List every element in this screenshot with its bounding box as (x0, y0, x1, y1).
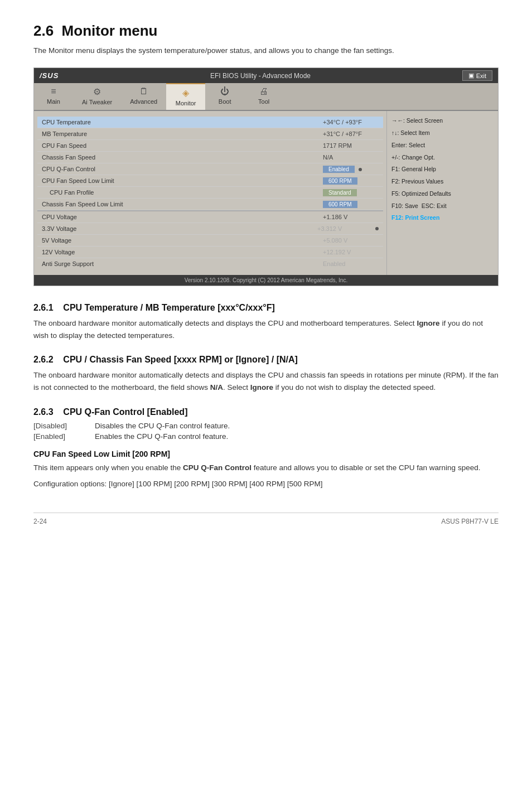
section-2-6-1-title: 2.6.1 CPU Temperature / MB Temperature [… (33, 303, 499, 313)
row-cpu-fan-speed[interactable]: CPU Fan Speed 1717 RPM (37, 140, 383, 152)
advanced-icon: 🗒 (139, 86, 148, 96)
cpu-temp-value: +34°C / +93°F (323, 119, 379, 125)
row-3v3-voltage[interactable]: 3.3V Voltage +3.312 V (37, 223, 383, 235)
bios-title-text: EFI BIOS Utility - Advanced Mode (210, 72, 311, 80)
section-2-6-1: 2.6.1 CPU Temperature / MB Temperature [… (33, 303, 499, 341)
help-f2: F2: Previous Values (391, 177, 494, 186)
def-row-disabled: [Disabled] Disables the CPU Q-Fan contro… (33, 422, 499, 430)
help-f10-esc: F10: Save ESC: Exit (391, 202, 494, 211)
cpu-qfan-label: CPU Q-Fan Control (42, 166, 323, 172)
tab-monitor[interactable]: ◈ Monitor (166, 83, 205, 110)
tab-advanced[interactable]: 🗒 Advanced (121, 83, 166, 110)
monitor-tab-icon: ◈ (182, 88, 189, 98)
cpu-fan-low-limit-label: CPU Fan Speed Low Limit (42, 177, 323, 184)
standard-badge: Standard (323, 189, 357, 196)
5v-voltage-label: 5V Voltage (42, 237, 323, 244)
cpu-voltage-value: +1.186 V (323, 214, 379, 220)
tab-main-label: Main (47, 98, 60, 105)
chassis-fan-speed-value: N/A (323, 154, 379, 161)
cpu-fan-low-limit-config: Configuration options: [Ignore] [100 RPM… (33, 478, 499, 490)
chassis-600rpm-badge: 600 RPM (323, 201, 357, 208)
row-cpu-fan-low-limit[interactable]: CPU Fan Speed Low Limit 600 RPM (37, 175, 383, 187)
anti-surge-value: Enabled (323, 260, 379, 267)
tool-icon: 🖨 (259, 86, 268, 96)
page-footer: 2-24 ASUS P8H77-V LE (33, 513, 499, 525)
def-desc-disabled: Disables the CPU Q-Fan control feature. (95, 422, 230, 430)
dot-indicator-2 (375, 227, 379, 230)
cpu-fan-speed-value: 1717 RPM (323, 142, 379, 149)
chassis-fan-low-limit-label: Chassis Fan Speed Low Limit (42, 201, 323, 207)
section-2-6-2-title: 2.6.2 CPU / Chassis Fan Speed [xxxx RPM]… (33, 355, 499, 365)
row-chassis-fan-speed[interactable]: Chassis Fan Speed N/A (37, 152, 383, 163)
page-section-header: 2.6 Monitor menu The Monitor menu displa… (33, 22, 499, 56)
mb-temp-label: MB Temperature (42, 131, 323, 137)
row-cpu-fan-profile[interactable]: CPU Fan Profile Standard (37, 187, 383, 199)
tab-main[interactable]: ≡ Main (34, 83, 73, 110)
bios-ui: /SUS EFI BIOS Utility - Advanced Mode ▣ … (33, 67, 499, 286)
3v3-voltage-value: +3.312 V (317, 225, 373, 232)
exit-button[interactable]: ▣ Exit (462, 70, 492, 81)
intro-paragraph: The Monitor menu displays the system tem… (33, 45, 499, 56)
cpu-fan-low-limit-value: 600 RPM (323, 177, 379, 184)
section-2-6-1-body: The onboard hardware monitor automatical… (33, 317, 499, 341)
section-2-6-2-body: The onboard hardware monitor automatical… (33, 369, 499, 393)
section-2-6-3: 2.6.3 CPU Q-Fan Control [Enabled] [Disab… (33, 407, 499, 490)
help-f5: F5: Optimized Defaults (391, 190, 494, 199)
cpu-fan-profile-label: CPU Fan Profile (42, 189, 323, 196)
cpu-fan-low-limit-subsection-title: CPU Fan Speed Low Limit [200 RPM] (33, 450, 499, 458)
def-term-disabled: [Disabled] (33, 422, 84, 430)
boot-icon: ⏻ (220, 86, 229, 96)
600rpm-badge: 600 RPM (323, 177, 357, 185)
bios-footer: Version 2.10.1208. Copyright (C) 2012 Am… (34, 275, 498, 286)
help-select-screen: →←: Select Screen (391, 117, 494, 125)
bios-help-panel: →←: Select Screen ↑↓: Select Item Enter:… (386, 111, 498, 275)
row-cpu-voltage[interactable]: CPU Voltage +1.186 V (37, 210, 383, 223)
row-chassis-fan-low-limit[interactable]: Chassis Fan Speed Low Limit 600 RPM (37, 199, 383, 210)
tab-tool-label: Tool (258, 98, 269, 105)
tab-ai-tweaker[interactable]: ⚙ Ai Tweaker (73, 83, 121, 110)
cpu-qfan-value: Enabled (323, 166, 379, 172)
row-5v-voltage[interactable]: 5V Voltage +5.080 V (37, 235, 383, 247)
chassis-fan-low-limit-value: 600 RPM (323, 201, 379, 207)
bios-titlebar: /SUS EFI BIOS Utility - Advanced Mode ▣ … (34, 68, 498, 83)
row-cpu-temperature[interactable]: CPU Temperature +34°C / +93°F (37, 117, 383, 128)
12v-voltage-value: +12.192 V (323, 249, 379, 255)
bios-nav: ≡ Main ⚙ Ai Tweaker 🗒 Advanced ◈ Monitor… (34, 83, 498, 111)
cpu-fan-low-limit-body: This item appears only when you enable t… (33, 462, 499, 474)
section-2-6-2: 2.6.2 CPU / Chassis Fan Speed [xxxx RPM]… (33, 355, 499, 393)
row-12v-voltage[interactable]: 12V Voltage +12.192 V (37, 247, 383, 258)
row-cpu-qfan-control[interactable]: CPU Q-Fan Control Enabled (37, 163, 383, 175)
asus-logo: /SUS (40, 71, 59, 80)
enabled-badge: Enabled (323, 166, 355, 173)
cpu-fan-profile-value: Standard (323, 189, 379, 196)
tab-tool[interactable]: 🖨 Tool (244, 83, 283, 110)
def-desc-enabled: Enables the CPU Q-Fan control feature. (95, 432, 228, 441)
main-icon: ≡ (51, 86, 56, 96)
3v3-voltage-label: 3.3V Voltage (42, 225, 317, 232)
footer-page-number: 2-24 (33, 518, 47, 525)
tab-ai-tweaker-label: Ai Tweaker (82, 99, 112, 105)
tab-boot-label: Boot (219, 98, 231, 105)
help-f1: F1: General Help (391, 165, 494, 174)
anti-surge-label: Anti Surge Support (42, 260, 323, 267)
def-row-enabled: [Enabled] Enables the CPU Q-Fan control … (33, 432, 499, 441)
bios-main-area: CPU Temperature +34°C / +93°F MB Tempera… (34, 111, 498, 275)
tab-monitor-label: Monitor (176, 100, 196, 107)
help-enter: Enter: Select (391, 141, 494, 150)
monitor-icon-small: ▣ (468, 72, 474, 79)
mb-temp-value: +31°C / +87°F (323, 131, 379, 137)
cpu-voltage-label: CPU Voltage (42, 214, 323, 220)
help-change-opt: +/-: Change Opt. (391, 153, 494, 162)
tab-boot[interactable]: ⏻ Boot (205, 83, 244, 110)
section-2-6-3-title: 2.6.3 CPU Q-Fan Control [Enabled] (33, 407, 499, 417)
row-mb-temperature[interactable]: MB Temperature +31°C / +87°F (37, 128, 383, 140)
chassis-fan-speed-label: Chassis Fan Speed (42, 154, 323, 161)
definition-list-qfan: [Disabled] Disables the CPU Q-Fan contro… (33, 422, 499, 441)
bios-monitor-list: CPU Temperature +34°C / +93°F MB Tempera… (34, 111, 386, 275)
help-select-item: ↑↓: Select Item (391, 129, 494, 138)
def-term-enabled: [Enabled] (33, 432, 84, 441)
cpu-temp-label: CPU Temperature (42, 119, 323, 125)
5v-voltage-value: +5.080 V (323, 237, 379, 244)
row-anti-surge[interactable]: Anti Surge Support Enabled (37, 258, 383, 269)
12v-voltage-label: 12V Voltage (42, 249, 323, 255)
